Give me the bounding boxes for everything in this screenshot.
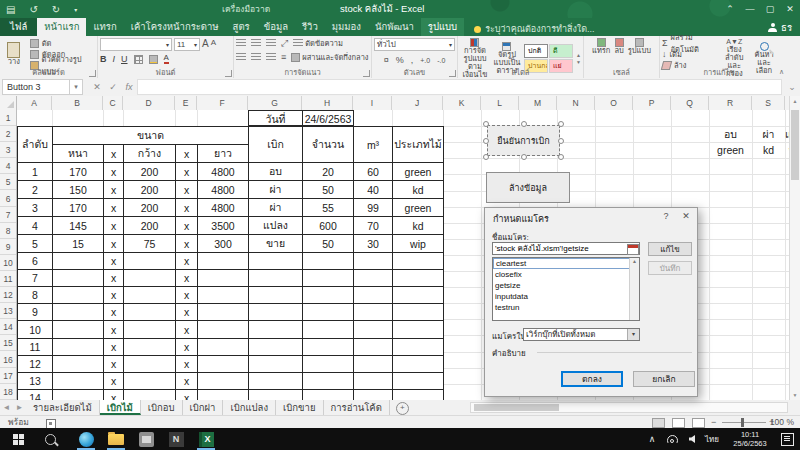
cell-s2[interactable]: ผ่า [752,126,785,142]
cell[interactable]: x [104,253,124,270]
cell[interactable] [393,253,444,270]
cell[interactable]: 13 [18,372,53,389]
enter-entry-icon[interactable]: ✓ [105,82,121,92]
cell[interactable] [354,270,393,287]
cell[interactable] [53,270,104,287]
cell[interactable]: x [176,338,198,355]
clear-data-shape[interactable]: ล้างข้อมูล [486,172,570,203]
align-middle-icon[interactable] [251,39,261,47]
formula-input[interactable] [137,79,782,95]
normal-view-icon[interactable] [652,418,665,428]
cell[interactable] [249,253,303,270]
row-header-4[interactable]: 4 [0,158,16,174]
cell[interactable] [198,355,249,372]
cell[interactable]: x [104,217,124,235]
scroll-down-icon[interactable]: ▼ [790,390,800,400]
cell[interactable]: 170 [53,199,104,217]
tell-me-box[interactable]: ระบุว่าคุณต้องการทำสิ่งใด... [474,22,594,36]
cell[interactable]: x [176,389,198,400]
ribbon-tab-เค้าโครงหน้ากระดาษ[interactable]: เค้าโครงหน้ากระดาษ [124,18,226,36]
row-header-12[interactable]: 12 [0,287,16,303]
comma-style-icon[interactable]: , [411,55,414,65]
cell[interactable]: 4800 [198,181,249,199]
cell-date-label[interactable]: วันที่ [248,110,303,126]
cell[interactable] [124,287,176,304]
accounting-format-icon[interactable]: ¤ [384,55,389,65]
delete-cells-button[interactable]: ลบ [614,38,623,55]
cell[interactable] [124,321,176,338]
page-break-view-icon[interactable] [692,418,705,428]
cell[interactable] [249,338,303,355]
cell[interactable] [249,389,303,400]
cell[interactable]: x [176,253,198,270]
selection-handle[interactable] [558,121,564,127]
fill-color-icon[interactable] [149,55,158,64]
column-header-R[interactable]: R [709,96,752,110]
ribbon-tab-หน้าแรก[interactable]: หน้าแรก [37,18,86,36]
cell[interactable]: 50 [303,181,354,199]
row-header-3[interactable]: 3 [0,142,16,158]
borders-icon[interactable] [134,55,143,64]
cell[interactable]: ผ่า [249,181,303,199]
dialog-close-icon[interactable]: ✕ [679,211,693,221]
sheet-tab-รายละเอียดไม้[interactable]: รายละเอียดไม้ [26,400,100,415]
cell[interactable]: green [393,163,444,181]
sheet-tab-เบิกไม้[interactable]: เบิกไม้ [100,400,141,415]
zoom-slider-thumb[interactable] [741,418,744,427]
row-header-15[interactable]: 15 [0,335,16,351]
excel-taskbar-button[interactable]: X [192,428,220,450]
orientation-icon[interactable]: ⤢ [281,38,288,49]
cell[interactable] [354,389,393,400]
cell[interactable] [198,372,249,389]
row-header-6[interactable]: 6 [0,191,16,207]
cell[interactable] [53,372,104,389]
maximize-icon[interactable]: ▢ [760,0,780,18]
stock-table[interactable]: ลำดับขนาดเบิกจำนวนm³ประเภทไม้หนาxกว้างxย… [17,126,444,400]
cell[interactable]: kd [393,217,444,235]
selection-handle[interactable] [558,138,564,144]
header-x[interactable]: x [176,145,198,163]
cell-s3[interactable]: kd [752,142,785,158]
autosum-button[interactable]: Σผลรวมอัตโนมัติ [662,38,716,48]
column-header-H[interactable]: H [302,96,353,110]
ribbon-collapse[interactable]: ∧ [778,36,789,78]
cell[interactable]: kd [393,181,444,199]
cell[interactable]: 6 [18,253,53,270]
align-center-icon[interactable] [251,53,261,61]
cell[interactable] [393,270,444,287]
cell[interactable] [124,389,176,400]
cell[interactable] [354,372,393,389]
vertical-scrollbar[interactable]: ▲ ▼ [789,96,800,400]
macro-item-testrun[interactable]: testrun [493,302,639,313]
cell[interactable] [53,338,104,355]
macro-item-inputdata[interactable]: inputdata [493,291,639,302]
header-qty[interactable]: จำนวน [303,127,354,163]
cell-date-value[interactable]: 24/6/2563 [302,110,354,126]
column-header-K[interactable]: K [443,96,481,110]
macro-item-closefix[interactable]: closefix [493,269,639,280]
action-center-button[interactable] [778,428,796,450]
selection-handle[interactable] [483,138,489,144]
column-header-E[interactable]: E [175,96,197,110]
cell[interactable]: x [104,287,124,304]
bold-button[interactable]: B [100,54,107,64]
cell[interactable]: 20 [303,163,354,181]
cell[interactable]: 5 [18,235,53,253]
header-order[interactable]: ลำดับ [18,127,53,163]
cell[interactable]: x [176,163,198,181]
sheet-tab-การอ่านโค้ด[interactable]: การอ่านโค้ด [324,400,390,415]
cell[interactable] [393,304,444,321]
cell[interactable]: 99 [354,199,393,217]
number-dialog-launcher[interactable] [449,70,456,77]
cell[interactable]: 170 [53,163,104,181]
redo-icon[interactable]: ↻ [52,4,60,15]
align-left-icon[interactable] [236,53,246,61]
sheet-nav-left-icon[interactable]: ◄ [0,400,13,415]
cell[interactable] [303,338,354,355]
row-header-9[interactable]: 9 [0,239,16,255]
cell[interactable]: wip [393,235,444,253]
range-selector-icon[interactable] [627,244,639,255]
cell[interactable]: 145 [53,217,104,235]
cell[interactable]: x [176,355,198,372]
cell[interactable] [303,287,354,304]
